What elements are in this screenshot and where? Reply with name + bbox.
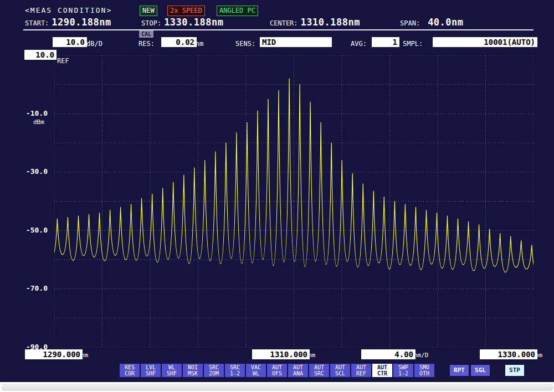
stp-key[interactable]: STP: [505, 365, 524, 376]
center-wavelength-readout: CENTER: 1310.188nm: [270, 17, 360, 28]
speed-badge: 2x SPEED: [167, 6, 205, 16]
avg-box: 1: [372, 37, 399, 47]
smpl-label: SMPL:: [403, 40, 423, 48]
smpl-box: 10001(AUTO): [433, 37, 537, 47]
softkey-aut-src[interactable]: AUTSRC: [309, 364, 329, 377]
spectrum-chart: [54, 55, 534, 347]
softkey-res-cor[interactable]: RESCOR: [120, 364, 140, 377]
softkey-lvl-shf[interactable]: LVLSHF: [141, 364, 161, 377]
cal-badge: CAL: [139, 30, 153, 38]
softkey-aut-ana[interactable]: AUTANA: [288, 364, 308, 377]
sens-label: SENS:: [235, 40, 255, 48]
softkey-src-1-2[interactable]: SRC1-2: [225, 364, 245, 377]
softkey-aut-ofs[interactable]: AUTOFS: [267, 364, 287, 377]
stop-wavelength-readout: STOP: 1330.188nm: [141, 17, 223, 28]
sgl-key[interactable]: SGL: [471, 365, 490, 376]
softkey-noi-msk[interactable]: NOIMSK: [183, 364, 203, 377]
softkey-vac-wl[interactable]: VACWL: [246, 364, 266, 377]
x-right-box: 1330.000: [480, 349, 537, 359]
softkey-menu: RESCORLVLSHFWLSHFNOIMSKSRCZOMSRC1-2VACWL…: [120, 364, 434, 377]
x-left-box: 1290.000: [25, 349, 83, 359]
y-axis-unit: dBm: [33, 118, 44, 126]
span-value: 40.0nm: [428, 17, 463, 28]
span-readout: SPAN: 40.0nm: [400, 17, 464, 28]
span-label: SPAN:: [400, 19, 420, 27]
y-axis-label: -10.0: [26, 109, 48, 117]
x-center-unit: nm: [308, 352, 315, 359]
x-right-unit: nm: [535, 352, 542, 359]
rpt-key[interactable]: RPT: [450, 365, 469, 376]
softkey-aut-ref[interactable]: AUTREF: [351, 364, 371, 377]
start-value: 1290.188nm: [52, 17, 111, 28]
x-per-div-box: 4.00: [361, 349, 416, 359]
chart-grid: [54, 55, 534, 347]
header-divider: [23, 29, 534, 30]
center-label: CENTER:: [270, 19, 298, 27]
y-axis-label: -30.0: [26, 167, 48, 176]
res-box: 0.02: [161, 37, 197, 47]
db-per-div-box: 10.0: [53, 37, 87, 47]
avg-label: AVG:: [351, 40, 367, 48]
res-unit: nm: [196, 40, 203, 48]
y-axis: -10.0-30.0-50.0-70.0-90.0: [17, 0, 52, 382]
softkey-aut-scl[interactable]: AUTSCL: [330, 364, 350, 377]
x-center-box: 1310.000: [252, 349, 310, 359]
db-per-div-unit: dB/D: [86, 40, 102, 48]
x-left-unit: nm: [81, 352, 88, 359]
stop-value: 1330.188nm: [164, 17, 223, 28]
x-per-div-unit: nm/D: [414, 352, 429, 359]
softkey-swp-1-2[interactable]: SWP1-2: [393, 364, 413, 377]
softkey-aut-ctr[interactable]: AUTCTR: [372, 364, 392, 377]
angled-pc-badge: ANGLED PC: [217, 6, 258, 16]
y-axis-label: -70.0: [26, 284, 48, 292]
stop-label: STOP:: [141, 19, 161, 27]
sens-box: MID: [260, 37, 332, 47]
ref-label: REF: [57, 57, 69, 65]
horizontal-scrollbar[interactable]: [2, 384, 553, 391]
osa-screen: <MEAS CONDITION> NEW 2x SPEED ANGLED PC …: [0, 0, 554, 382]
softkey-wl-shf[interactable]: WLSHF: [162, 364, 182, 377]
softkey-smo-oth[interactable]: SMOOTH: [414, 364, 434, 377]
softkey-src-zom[interactable]: SRCZOM: [204, 364, 224, 377]
res-label: RES:: [138, 40, 155, 48]
center-value: 1310.188nm: [301, 17, 360, 28]
page-bottom-strip: [0, 382, 554, 392]
y-axis-label: -50.0: [26, 226, 48, 234]
new-badge: NEW: [140, 6, 157, 16]
